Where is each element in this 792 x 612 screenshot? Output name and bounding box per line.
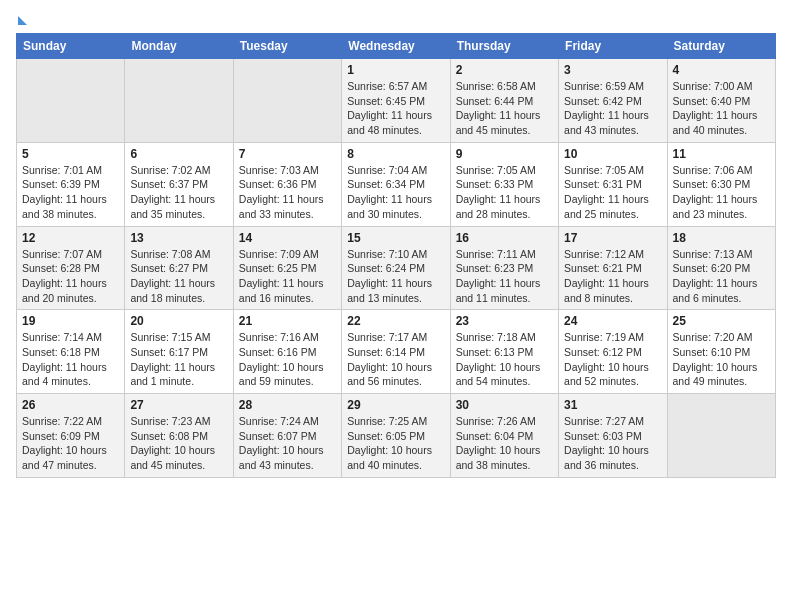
day-info: Sunrise: 6:57 AM Sunset: 6:45 PM Dayligh… bbox=[347, 79, 444, 138]
day-info: Sunrise: 7:17 AM Sunset: 6:14 PM Dayligh… bbox=[347, 330, 444, 389]
day-info: Sunrise: 6:59 AM Sunset: 6:42 PM Dayligh… bbox=[564, 79, 661, 138]
day-info: Sunrise: 7:02 AM Sunset: 6:37 PM Dayligh… bbox=[130, 163, 227, 222]
day-info: Sunrise: 7:18 AM Sunset: 6:13 PM Dayligh… bbox=[456, 330, 553, 389]
day-number: 2 bbox=[456, 63, 553, 77]
day-info: Sunrise: 7:03 AM Sunset: 6:36 PM Dayligh… bbox=[239, 163, 336, 222]
day-number: 22 bbox=[347, 314, 444, 328]
day-number: 9 bbox=[456, 147, 553, 161]
day-number: 26 bbox=[22, 398, 119, 412]
day-info: Sunrise: 7:15 AM Sunset: 6:17 PM Dayligh… bbox=[130, 330, 227, 389]
day-number: 21 bbox=[239, 314, 336, 328]
calendar-cell: 2Sunrise: 6:58 AM Sunset: 6:44 PM Daylig… bbox=[450, 59, 558, 143]
day-number: 20 bbox=[130, 314, 227, 328]
calendar-cell: 11Sunrise: 7:06 AM Sunset: 6:30 PM Dayli… bbox=[667, 142, 775, 226]
calendar-cell: 6Sunrise: 7:02 AM Sunset: 6:37 PM Daylig… bbox=[125, 142, 233, 226]
day-header-sunday: Sunday bbox=[17, 34, 125, 59]
day-header-saturday: Saturday bbox=[667, 34, 775, 59]
page-container: SundayMondayTuesdayWednesdayThursdayFrid… bbox=[0, 0, 792, 488]
calendar-cell: 7Sunrise: 7:03 AM Sunset: 6:36 PM Daylig… bbox=[233, 142, 341, 226]
day-info: Sunrise: 7:26 AM Sunset: 6:04 PM Dayligh… bbox=[456, 414, 553, 473]
day-number: 27 bbox=[130, 398, 227, 412]
calendar-cell: 26Sunrise: 7:22 AM Sunset: 6:09 PM Dayli… bbox=[17, 394, 125, 478]
day-number: 3 bbox=[564, 63, 661, 77]
day-info: Sunrise: 7:11 AM Sunset: 6:23 PM Dayligh… bbox=[456, 247, 553, 306]
day-number: 16 bbox=[456, 231, 553, 245]
day-info: Sunrise: 7:20 AM Sunset: 6:10 PM Dayligh… bbox=[673, 330, 770, 389]
logo-triangle-icon bbox=[18, 16, 27, 25]
calendar-cell: 13Sunrise: 7:08 AM Sunset: 6:27 PM Dayli… bbox=[125, 226, 233, 310]
day-number: 19 bbox=[22, 314, 119, 328]
calendar-cell: 28Sunrise: 7:24 AM Sunset: 6:07 PM Dayli… bbox=[233, 394, 341, 478]
day-number: 28 bbox=[239, 398, 336, 412]
calendar-cell: 31Sunrise: 7:27 AM Sunset: 6:03 PM Dayli… bbox=[559, 394, 667, 478]
calendar-cell: 20Sunrise: 7:15 AM Sunset: 6:17 PM Dayli… bbox=[125, 310, 233, 394]
calendar-cell bbox=[125, 59, 233, 143]
calendar-cell: 25Sunrise: 7:20 AM Sunset: 6:10 PM Dayli… bbox=[667, 310, 775, 394]
day-info: Sunrise: 7:06 AM Sunset: 6:30 PM Dayligh… bbox=[673, 163, 770, 222]
day-info: Sunrise: 7:22 AM Sunset: 6:09 PM Dayligh… bbox=[22, 414, 119, 473]
day-number: 30 bbox=[456, 398, 553, 412]
calendar-header-row: SundayMondayTuesdayWednesdayThursdayFrid… bbox=[17, 34, 776, 59]
day-number: 13 bbox=[130, 231, 227, 245]
calendar-week-1: 1Sunrise: 6:57 AM Sunset: 6:45 PM Daylig… bbox=[17, 59, 776, 143]
day-info: Sunrise: 7:19 AM Sunset: 6:12 PM Dayligh… bbox=[564, 330, 661, 389]
day-number: 1 bbox=[347, 63, 444, 77]
calendar-cell: 24Sunrise: 7:19 AM Sunset: 6:12 PM Dayli… bbox=[559, 310, 667, 394]
calendar-week-4: 19Sunrise: 7:14 AM Sunset: 6:18 PM Dayli… bbox=[17, 310, 776, 394]
calendar-cell: 19Sunrise: 7:14 AM Sunset: 6:18 PM Dayli… bbox=[17, 310, 125, 394]
calendar-cell: 16Sunrise: 7:11 AM Sunset: 6:23 PM Dayli… bbox=[450, 226, 558, 310]
day-number: 31 bbox=[564, 398, 661, 412]
calendar-cell: 12Sunrise: 7:07 AM Sunset: 6:28 PM Dayli… bbox=[17, 226, 125, 310]
header bbox=[16, 16, 776, 25]
calendar-cell: 15Sunrise: 7:10 AM Sunset: 6:24 PM Dayli… bbox=[342, 226, 450, 310]
day-number: 15 bbox=[347, 231, 444, 245]
day-info: Sunrise: 7:16 AM Sunset: 6:16 PM Dayligh… bbox=[239, 330, 336, 389]
day-info: Sunrise: 7:04 AM Sunset: 6:34 PM Dayligh… bbox=[347, 163, 444, 222]
day-number: 6 bbox=[130, 147, 227, 161]
calendar-cell: 8Sunrise: 7:04 AM Sunset: 6:34 PM Daylig… bbox=[342, 142, 450, 226]
day-header-tuesday: Tuesday bbox=[233, 34, 341, 59]
calendar-cell: 3Sunrise: 6:59 AM Sunset: 6:42 PM Daylig… bbox=[559, 59, 667, 143]
calendar-week-3: 12Sunrise: 7:07 AM Sunset: 6:28 PM Dayli… bbox=[17, 226, 776, 310]
day-header-wednesday: Wednesday bbox=[342, 34, 450, 59]
day-header-monday: Monday bbox=[125, 34, 233, 59]
calendar-cell: 10Sunrise: 7:05 AM Sunset: 6:31 PM Dayli… bbox=[559, 142, 667, 226]
day-info: Sunrise: 7:24 AM Sunset: 6:07 PM Dayligh… bbox=[239, 414, 336, 473]
day-number: 4 bbox=[673, 63, 770, 77]
day-info: Sunrise: 7:14 AM Sunset: 6:18 PM Dayligh… bbox=[22, 330, 119, 389]
day-info: Sunrise: 7:13 AM Sunset: 6:20 PM Dayligh… bbox=[673, 247, 770, 306]
day-number: 7 bbox=[239, 147, 336, 161]
day-info: Sunrise: 7:00 AM Sunset: 6:40 PM Dayligh… bbox=[673, 79, 770, 138]
calendar-cell: 9Sunrise: 7:05 AM Sunset: 6:33 PM Daylig… bbox=[450, 142, 558, 226]
calendar-week-2: 5Sunrise: 7:01 AM Sunset: 6:39 PM Daylig… bbox=[17, 142, 776, 226]
day-number: 18 bbox=[673, 231, 770, 245]
day-info: Sunrise: 7:23 AM Sunset: 6:08 PM Dayligh… bbox=[130, 414, 227, 473]
calendar-cell bbox=[667, 394, 775, 478]
day-number: 23 bbox=[456, 314, 553, 328]
calendar-cell: 22Sunrise: 7:17 AM Sunset: 6:14 PM Dayli… bbox=[342, 310, 450, 394]
calendar-cell: 30Sunrise: 7:26 AM Sunset: 6:04 PM Dayli… bbox=[450, 394, 558, 478]
day-info: Sunrise: 6:58 AM Sunset: 6:44 PM Dayligh… bbox=[456, 79, 553, 138]
day-info: Sunrise: 7:09 AM Sunset: 6:25 PM Dayligh… bbox=[239, 247, 336, 306]
day-info: Sunrise: 7:12 AM Sunset: 6:21 PM Dayligh… bbox=[564, 247, 661, 306]
day-number: 11 bbox=[673, 147, 770, 161]
calendar-cell: 23Sunrise: 7:18 AM Sunset: 6:13 PM Dayli… bbox=[450, 310, 558, 394]
calendar-cell: 5Sunrise: 7:01 AM Sunset: 6:39 PM Daylig… bbox=[17, 142, 125, 226]
day-info: Sunrise: 7:05 AM Sunset: 6:33 PM Dayligh… bbox=[456, 163, 553, 222]
calendar-cell: 1Sunrise: 6:57 AM Sunset: 6:45 PM Daylig… bbox=[342, 59, 450, 143]
day-header-thursday: Thursday bbox=[450, 34, 558, 59]
day-number: 12 bbox=[22, 231, 119, 245]
logo bbox=[16, 16, 27, 25]
day-number: 24 bbox=[564, 314, 661, 328]
calendar-week-5: 26Sunrise: 7:22 AM Sunset: 6:09 PM Dayli… bbox=[17, 394, 776, 478]
day-number: 10 bbox=[564, 147, 661, 161]
calendar-cell bbox=[233, 59, 341, 143]
day-number: 8 bbox=[347, 147, 444, 161]
calendar-cell: 21Sunrise: 7:16 AM Sunset: 6:16 PM Dayli… bbox=[233, 310, 341, 394]
day-number: 5 bbox=[22, 147, 119, 161]
day-info: Sunrise: 7:07 AM Sunset: 6:28 PM Dayligh… bbox=[22, 247, 119, 306]
day-number: 14 bbox=[239, 231, 336, 245]
day-number: 29 bbox=[347, 398, 444, 412]
day-info: Sunrise: 7:08 AM Sunset: 6:27 PM Dayligh… bbox=[130, 247, 227, 306]
day-info: Sunrise: 7:01 AM Sunset: 6:39 PM Dayligh… bbox=[22, 163, 119, 222]
